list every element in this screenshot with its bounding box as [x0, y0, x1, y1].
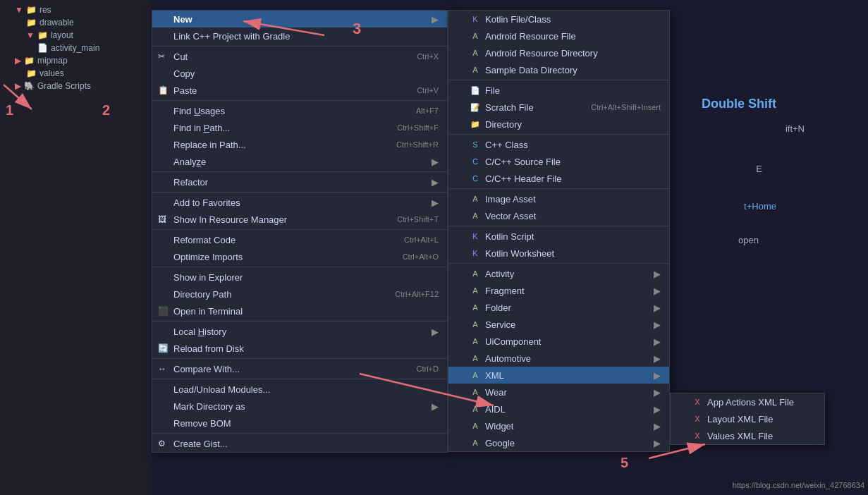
menu-item-directory-path[interactable]: Directory Path Ctrl+Alt+F12: [152, 286, 447, 302]
new-kotlin-file[interactable]: K Kotlin File/Class: [448, 11, 669, 28]
kotlin-worksheet-icon: K: [470, 248, 481, 259]
uicomponent-icon: A: [470, 336, 481, 347]
activity-icon: A: [470, 268, 481, 279]
menu-item-new[interactable]: New ▶: [152, 11, 447, 28]
menu-item-find-path[interactable]: Find in Path... Ctrl+Shift+F: [152, 119, 447, 136]
compare-icon: ↔: [158, 364, 166, 374]
separator: [448, 188, 669, 189]
menu-item-reload[interactable]: 🔄 Reload from Disk: [152, 340, 447, 357]
xml-icon: A: [470, 369, 481, 381]
new-xml[interactable]: A XML ▶: [448, 367, 669, 384]
cpp-class-icon: S: [470, 139, 481, 150]
menu-item-optimize[interactable]: Optimize Imports Ctrl+Alt+O: [152, 248, 447, 265]
new-aidl[interactable]: A AIDL ▶: [448, 401, 669, 417]
new-cpp-source[interactable]: C C/C++ Source File: [448, 153, 669, 170]
new-file[interactable]: 📄 File: [448, 82, 669, 99]
sample-icon: A: [470, 64, 481, 75]
separator: [152, 267, 447, 267]
image-asset-icon: A: [470, 193, 481, 204]
new-widget[interactable]: A Widget ▶: [448, 417, 669, 434]
cpp-source-icon: C: [470, 156, 481, 167]
cpp-header-icon: C: [470, 173, 481, 184]
new-scratch-file[interactable]: 📝 Scratch File Ctrl+Alt+Shift+Insert: [448, 99, 669, 116]
tree-item-activity-main[interactable]: 📄 activity_main: [0, 42, 152, 54]
kotlin-script-icon: K: [470, 231, 481, 242]
menu-item-open-terminal[interactable]: ⬛ Open in Terminal: [152, 302, 447, 319]
new-image-asset[interactable]: A Image Asset: [448, 190, 669, 207]
new-sample-data[interactable]: A Sample Data Directory: [448, 61, 669, 78]
values-xml-icon: X: [692, 430, 703, 441]
new-vector-asset[interactable]: A Vector Asset: [448, 207, 669, 224]
step-label-5: 5: [621, 455, 628, 471]
separator: [448, 263, 669, 264]
new-wear[interactable]: A Wear ▶: [448, 384, 669, 401]
tree-item-values[interactable]: 📁 values: [0, 67, 152, 80]
new-cpp-header[interactable]: C C/C++ Header File: [448, 170, 669, 187]
file-icon: 📄: [470, 85, 481, 96]
context-menu-xml: X App Actions XML File X Layout XML File…: [670, 393, 825, 445]
xml-app-actions[interactable]: X App Actions XML File: [671, 393, 824, 410]
tree-item-layout[interactable]: ▼ 📁 layout: [0, 29, 152, 42]
menu-item-remove-bom[interactable]: Remove BOM: [152, 415, 447, 432]
automotive-icon: A: [470, 353, 481, 364]
separator: [152, 358, 447, 359]
menu-item-show-resource[interactable]: 🖼 Show In Resource Manager Ctrl+Shift+T: [152, 211, 447, 228]
terminal-icon: ⬛: [158, 306, 169, 316]
new-android-resource-dir[interactable]: A Android Resource Directory: [448, 44, 669, 61]
new-android-resource[interactable]: A Android Resource File: [448, 28, 669, 44]
separator: [152, 229, 447, 230]
separator: [152, 100, 447, 101]
step-label-2: 2: [102, 102, 110, 118]
tree-item-mipmap[interactable]: ▶ 📁 mipmap: [0, 54, 152, 67]
new-activity[interactable]: A Activity ▶: [448, 265, 669, 282]
google-icon: A: [470, 437, 481, 448]
separator: [448, 134, 669, 135]
android-icon: A: [470, 30, 481, 42]
new-automotive[interactable]: A Automotive ▶: [448, 350, 669, 367]
context-menu-new: K Kotlin File/Class A Android Resource F…: [448, 10, 670, 452]
fragment-icon: A: [470, 285, 481, 296]
double-shift-hint: Double Shift: [702, 97, 776, 111]
separator: [152, 379, 447, 379]
new-service[interactable]: A Service ▶: [448, 316, 669, 333]
step-label-1: 1: [6, 102, 13, 118]
new-google[interactable]: A Google ▶: [448, 434, 669, 451]
reload-icon: 🔄: [158, 343, 169, 353]
new-kotlin-script[interactable]: K Kotlin Script: [448, 228, 669, 245]
cut-icon: ✂: [158, 51, 165, 61]
menu-item-refactor[interactable]: Refactor ▶: [152, 173, 447, 190]
new-cpp-class[interactable]: S C++ Class: [448, 136, 669, 153]
menu-item-create-gist[interactable]: ⚙ Create Gist...: [152, 435, 447, 452]
tree-item-gradle[interactable]: ▶ 🐘 Gradle Scripts: [0, 80, 152, 92]
menu-item-mark-directory[interactable]: Mark Directory as ▶: [152, 398, 447, 415]
menu-item-analyze[interactable]: Analyze ▶: [152, 153, 447, 170]
menu-item-show-explorer[interactable]: Show in Explorer: [152, 269, 447, 286]
menu-item-local-history[interactable]: Local History ▶: [152, 323, 447, 340]
resource-icon: 🖼: [158, 214, 166, 224]
tree-item-res[interactable]: ▼ 📁 res: [0, 4, 152, 16]
xml-values[interactable]: X Values XML File: [671, 427, 824, 444]
menu-item-load-modules[interactable]: Load/Unload Modules...: [152, 381, 447, 398]
kotlin-icon: K: [470, 13, 481, 25]
menu-item-compare[interactable]: ↔ Compare With... Ctrl+D: [152, 360, 447, 377]
menu-item-cut[interactable]: ✂ Cut Ctrl+X: [152, 48, 447, 65]
new-fragment[interactable]: A Fragment ▶: [448, 282, 669, 299]
menu-item-replace-path[interactable]: Replace in Path... Ctrl+Shift+R: [152, 136, 447, 153]
menu-item-link-cpp[interactable]: Link C++ Project with Gradle: [152, 28, 447, 44]
xml-layout[interactable]: X Layout XML File: [671, 410, 824, 427]
android-dir-icon: A: [470, 47, 481, 59]
menu-item-add-favorites[interactable]: Add to Favorites ▶: [152, 194, 447, 211]
separator: [448, 226, 669, 226]
menu-item-reformat[interactable]: Reformat Code Ctrl+Alt+L: [152, 231, 447, 248]
new-directory[interactable]: 📁 Directory: [448, 116, 669, 133]
menu-item-copy[interactable]: Copy: [152, 65, 447, 82]
directory-icon: 📁: [470, 118, 481, 130]
menu-item-paste[interactable]: 📋 Paste Ctrl+V: [152, 82, 447, 99]
new-uicomponent[interactable]: A UiComponent ▶: [448, 333, 669, 350]
context-menu-main: New ▶ Link C++ Project with Gradle ✂ Cut…: [152, 10, 448, 453]
new-folder[interactable]: A Folder ▶: [448, 299, 669, 316]
shortcut-hint2: E: [756, 164, 762, 174]
tree-item-drawable[interactable]: 📁 drawable: [0, 16, 152, 29]
new-kotlin-worksheet[interactable]: K Kotlin Worksheet: [448, 245, 669, 262]
menu-item-find-usages[interactable]: Find Usages Alt+F7: [152, 102, 447, 119]
